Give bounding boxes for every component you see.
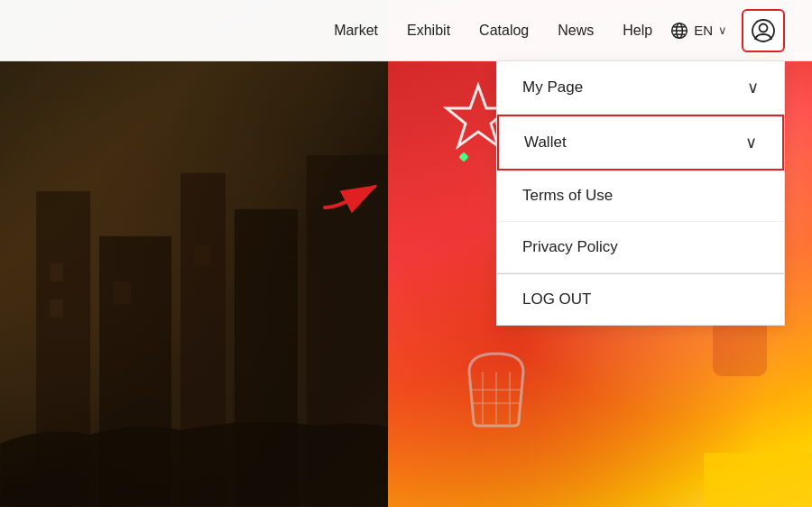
menu-label-terms: Terms of Use — [522, 187, 613, 205]
menu-label-privacy: Privacy Policy — [522, 238, 618, 256]
nav-market[interactable]: Market — [334, 23, 378, 39]
basket-icon — [460, 345, 532, 435]
menu-item-privacy[interactable]: Privacy Policy — [497, 222, 784, 273]
confetti-2 — [458, 152, 468, 161]
menu-item-wallet[interactable]: Wallet ∨ — [497, 115, 784, 171]
globe-icon — [670, 22, 688, 40]
menu-label-logout: LOG OUT — [522, 290, 592, 309]
svg-rect-7 — [113, 281, 131, 304]
dropdown-menu: My Page ∨ Wallet ∨ Terms of Use Privacy … — [496, 61, 785, 326]
nav-catalog[interactable]: Catalog — [479, 23, 529, 39]
menu-label-wallet: Wallet — [524, 134, 567, 152]
profile-button[interactable] — [742, 9, 785, 52]
header-right-controls: EN ∨ — [670, 9, 785, 52]
lang-code: EN — [694, 23, 713, 38]
menu-item-logout[interactable]: LOG OUT — [497, 274, 784, 325]
svg-point-23 — [760, 23, 768, 32]
header: Market Exhibit Catalog News Help EN ∨ — [0, 0, 812, 61]
nav-news[interactable]: News — [558, 23, 594, 39]
my-page-chevron: ∨ — [747, 78, 759, 97]
language-selector[interactable]: EN ∨ — [670, 22, 727, 40]
menu-item-my-page[interactable]: My Page ∨ — [497, 61, 784, 115]
wallet-chevron: ∨ — [745, 133, 757, 152]
nav-exhibit[interactable]: Exhibit — [407, 23, 450, 39]
bg-left-panel — [0, 0, 388, 507]
svg-rect-5 — [50, 263, 63, 281]
profile-user-icon — [751, 18, 776, 43]
svg-rect-6 — [50, 300, 63, 318]
menu-item-terms[interactable]: Terms of Use — [497, 171, 784, 222]
yellow-accent — [704, 453, 812, 507]
lang-chevron: ∨ — [718, 23, 727, 37]
main-nav: Market Exhibit Catalog News Help — [334, 23, 652, 39]
arrow-indicator — [307, 167, 397, 221]
menu-label-my-page: My Page — [522, 78, 583, 97]
nav-help[interactable]: Help — [623, 23, 652, 39]
svg-rect-8 — [194, 245, 210, 265]
